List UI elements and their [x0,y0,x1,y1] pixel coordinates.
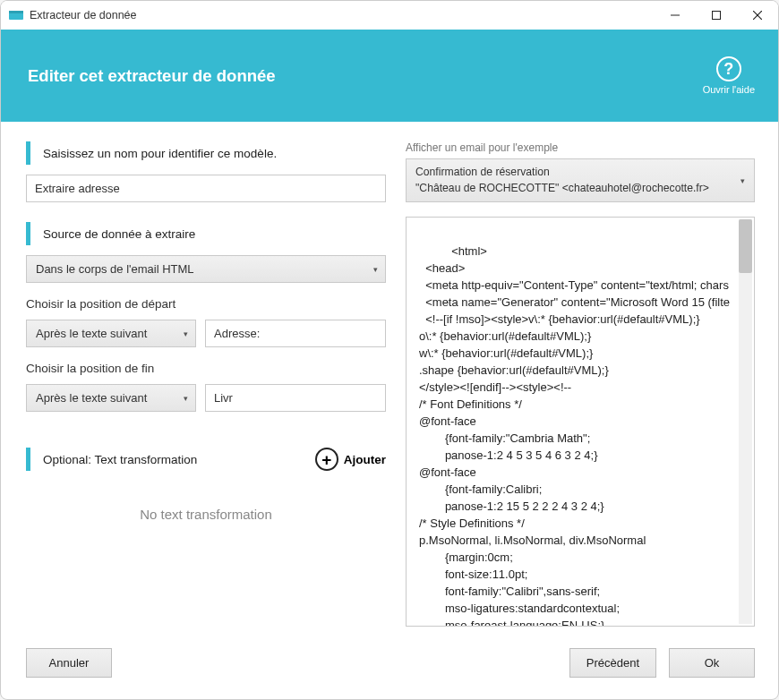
minimize-button[interactable] [655,1,696,30]
example-from: "Château de ROCHECOTTE" <chateauhotel@ro… [415,181,709,197]
app-icon [8,7,24,23]
email-html-preview[interactable]: <html> <head> <meta http-equiv="Content-… [406,217,755,627]
previous-button[interactable]: Précèdent [569,648,656,678]
preview-content: <html> <head> <meta http-equiv="Content-… [419,244,730,627]
help-button[interactable]: ? Ouvrir l'aide [703,56,755,95]
right-column: Afficher un email pour l'exemple Confirm… [406,141,755,627]
close-button[interactable] [737,1,778,30]
no-transformation-text: No text transformation [26,507,386,522]
titlebar: Extracteur de donnée [1,1,778,30]
help-label: Ouvrir l'aide [703,84,755,95]
add-transformation-button[interactable]: + Ajouter [315,448,386,471]
add-label: Ajouter [344,453,386,466]
name-input[interactable] [26,175,386,202]
ok-button[interactable]: Ok [669,648,755,678]
accent-bar [26,448,30,471]
svg-rect-1 [9,11,23,13]
svg-rect-3 [713,12,721,20]
page-header: Editer cet extracteur de donnée ? Ouvrir… [1,30,778,122]
body: Saisissez un nom pour identifier ce modè… [1,122,778,639]
start-position-label: Choisir la position de départ [26,297,386,311]
example-subject: Confirmation de réservation [415,165,709,181]
app-window: Extracteur de donnée Editer cet extracte… [0,0,779,700]
end-mode-select[interactable]: Après le texte suivant ▾ [26,384,196,412]
chevron-down-icon: ▾ [184,329,188,338]
optional-section-label: Optional: Text transformation [26,448,315,471]
start-text-input[interactable] [205,320,386,347]
accent-bar [26,141,30,165]
accent-bar [26,222,30,245]
preview-scrollbar-track[interactable] [739,219,752,624]
example-email-select[interactable]: Confirmation de réservation "Château de … [406,158,755,202]
left-column: Saisissez un nom pour identifier ce modè… [26,141,386,627]
end-mode-value: Après le texte suivant [36,391,147,405]
end-text-input[interactable] [205,384,386,412]
chevron-down-icon: ▾ [184,394,188,403]
footer: Annuler Précèdent Ok [1,639,778,699]
maximize-button[interactable] [696,1,737,30]
window-title: Extracteur de donnée [30,9,137,21]
source-select-value: Dans le corps de l'email HTML [36,262,194,276]
help-icon: ? [716,56,741,81]
end-position-label: Choisir la position de fin [26,362,386,375]
start-mode-select[interactable]: Après le texte suivant ▾ [26,320,196,347]
start-mode-value: Après le texte suivant [36,327,147,340]
plus-icon: + [315,448,338,471]
source-section-label: Source de donnée à extraire [26,222,386,245]
chevron-down-icon: ▾ [373,265,378,274]
source-select[interactable]: Dans le corps de l'email HTML ▾ [26,255,386,283]
example-email-label: Afficher un email pour l'exemple [406,141,755,154]
preview-scrollbar-thumb[interactable] [739,219,752,273]
page-title: Editer cet extracteur de donnée [28,66,703,86]
cancel-button[interactable]: Annuler [26,648,112,678]
name-section-label: Saisissez un nom pour identifier ce modè… [26,141,386,165]
chevron-down-icon: ▾ [740,176,745,185]
